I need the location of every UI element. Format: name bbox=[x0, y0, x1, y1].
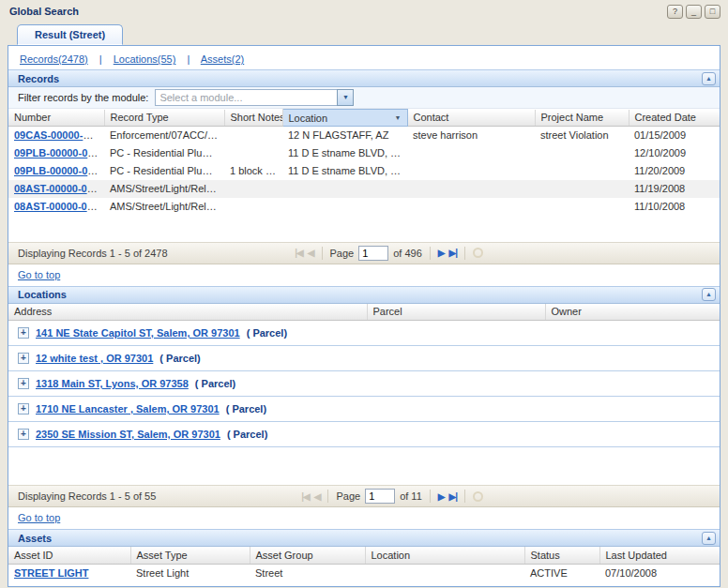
location-address-link[interactable]: 141 NE State Capitol ST, Salem, OR 97301 bbox=[36, 327, 240, 339]
next-page-icon[interactable]: ▶ bbox=[438, 248, 445, 258]
window-controls: ? _ □ bbox=[667, 5, 720, 19]
location-cell bbox=[282, 180, 407, 198]
project-name-cell bbox=[535, 162, 629, 180]
record-type-cell: PC - Residential Plumbing bbox=[104, 162, 224, 180]
created-date-cell: 12/10/2009 bbox=[629, 144, 720, 162]
record-number-link[interactable]: 08AST-00000-00226 bbox=[14, 183, 104, 194]
column-header-location[interactable]: Location▼ bbox=[282, 110, 407, 127]
help-button[interactable]: ? bbox=[667, 5, 683, 19]
help-icon: ? bbox=[673, 7, 677, 16]
records-grid-filler bbox=[8, 216, 720, 242]
project-name-cell bbox=[535, 144, 629, 162]
short-notes-cell bbox=[224, 127, 282, 144]
pager-divider bbox=[327, 490, 328, 503]
location-cell: 12 N FLAGSTAFF, AZ bbox=[282, 127, 407, 144]
maximize-button[interactable]: □ bbox=[705, 5, 720, 19]
assets-header-row: Asset ID Asset Type Asset Group Location… bbox=[8, 547, 720, 564]
contact-cell bbox=[407, 162, 535, 180]
location-address-link[interactable]: 12 white test , OR 97301 bbox=[36, 353, 153, 364]
column-header-contact[interactable]: Contact bbox=[407, 110, 535, 127]
location-address-link[interactable]: 2350 SE Mission ST, Salem, OR 97301 bbox=[36, 429, 220, 440]
expand-plus-icon[interactable]: + bbox=[18, 378, 29, 389]
locations-header-row: Address Parcel Owner bbox=[8, 304, 720, 321]
pager-divider bbox=[430, 490, 431, 503]
location-address-link[interactable]: 1710 NE Lancaster , Salem, OR 97301 bbox=[36, 403, 220, 415]
column-header-asset-type[interactable]: Asset Type bbox=[130, 547, 250, 564]
short-notes-cell bbox=[224, 198, 282, 216]
project-name-cell bbox=[535, 180, 629, 198]
column-header-asset-status[interactable]: Status bbox=[524, 547, 599, 564]
refresh-icon[interactable] bbox=[473, 248, 483, 258]
window-title: Global Search bbox=[9, 6, 79, 17]
prev-page-icon[interactable]: ◀ bbox=[308, 248, 314, 258]
locations-go-to-top-link[interactable]: Go to top bbox=[18, 512, 60, 523]
column-header-asset-group[interactable]: Asset Group bbox=[250, 547, 365, 564]
first-page-icon[interactable]: |◀ bbox=[295, 248, 303, 258]
assets-table: Asset ID Asset Type Asset Group Location… bbox=[8, 547, 720, 581]
column-header-parcel[interactable]: Parcel bbox=[367, 304, 545, 321]
records-section: Records ▲ Filter records by the module: … bbox=[8, 69, 720, 286]
project-name-cell bbox=[535, 198, 629, 216]
next-page-icon[interactable]: ▶ bbox=[438, 491, 445, 502]
minimize-icon: _ bbox=[691, 7, 696, 16]
records-row: 09PLB-00000-00066 PC - Residential Plumb… bbox=[8, 144, 720, 162]
location-row: + 2350 SE Mission ST, Salem, OR 97301 ( … bbox=[8, 422, 720, 447]
minimize-button[interactable]: _ bbox=[686, 5, 702, 19]
records-collapse-button[interactable]: ▲ bbox=[702, 72, 716, 85]
records-header-row: Number Record Type Short Notes Location▼… bbox=[8, 110, 720, 127]
first-page-icon[interactable]: |◀ bbox=[301, 491, 310, 502]
record-number-link[interactable]: 09PLB-00000-00066 bbox=[14, 147, 104, 158]
column-header-number[interactable]: Number bbox=[8, 110, 104, 127]
location-address-link[interactable]: 1318 Main ST, Lyons, OR 97358 bbox=[36, 378, 189, 389]
column-header-asset-location[interactable]: Location bbox=[365, 547, 524, 564]
filter-label: Filter records by the module: bbox=[18, 92, 148, 103]
expand-plus-icon[interactable]: + bbox=[18, 403, 29, 415]
assets-count-link[interactable]: Assets(2) bbox=[201, 53, 244, 65]
prev-page-icon[interactable]: ◀ bbox=[314, 491, 321, 502]
column-menu-icon[interactable]: ▼ bbox=[395, 113, 402, 124]
record-number-link[interactable]: 09CAS-00000-00004 bbox=[14, 129, 104, 141]
last-page-icon[interactable]: ▶| bbox=[449, 491, 458, 502]
record-type-cell: AMS/Street/Light/Relamp bbox=[104, 198, 224, 216]
record-number-link[interactable]: 08AST-00000-00119 bbox=[14, 201, 104, 212]
last-page-icon[interactable]: ▶| bbox=[449, 248, 458, 258]
project-name-cell: street Violation bbox=[535, 127, 629, 144]
asset-id-link[interactable]: STREET LIGHT bbox=[14, 567, 88, 579]
records-page-input[interactable] bbox=[358, 246, 388, 261]
column-header-address[interactable]: Address bbox=[8, 304, 367, 321]
records-go-to-top-link[interactable]: Go to top bbox=[18, 269, 60, 280]
expand-plus-icon[interactable]: + bbox=[18, 429, 29, 440]
locations-count-link[interactable]: Locations(55) bbox=[114, 53, 176, 65]
column-header-record-type[interactable]: Record Type bbox=[104, 110, 224, 127]
summary-links-row: Records(2478) | Locations(55) | Assets(2… bbox=[8, 46, 720, 69]
location-row: + 1318 Main ST, Lyons, OR 97358 ( Parcel… bbox=[8, 371, 720, 397]
column-header-created-date[interactable]: Created Date bbox=[629, 110, 720, 127]
column-header-asset-id[interactable]: Asset ID bbox=[8, 547, 130, 564]
record-number-link[interactable]: 09PLB-00000-00045 bbox=[14, 165, 104, 176]
contact-cell bbox=[407, 180, 535, 198]
record-type-cell: AMS/Street/Light/Relamp bbox=[104, 180, 224, 198]
short-notes-cell bbox=[224, 180, 282, 198]
collapse-arrow-icon: ▲ bbox=[705, 535, 712, 541]
column-header-project-name[interactable]: Project Name bbox=[535, 110, 629, 127]
expand-plus-icon[interactable]: + bbox=[18, 327, 29, 339]
records-table: Number Record Type Short Notes Location▼… bbox=[8, 109, 720, 216]
assets-section: Assets ▲ Asset ID Asset Type Asset Group… bbox=[8, 529, 720, 581]
asset-type-cell: Street Light bbox=[130, 564, 250, 581]
location-row: + 1710 NE Lancaster , Salem, OR 97301 ( … bbox=[8, 397, 720, 422]
column-header-owner[interactable]: Owner bbox=[545, 304, 720, 321]
assets-collapse-button[interactable]: ▲ bbox=[702, 532, 716, 545]
locations-page-input[interactable] bbox=[365, 489, 395, 504]
short-notes-cell: 1 block past... bbox=[224, 162, 282, 180]
module-filter-placeholder: Select a module... bbox=[155, 89, 337, 106]
expand-plus-icon[interactable]: + bbox=[18, 353, 29, 364]
locations-collapse-button[interactable]: ▲ bbox=[702, 288, 716, 301]
assets-section-title: Assets bbox=[18, 533, 52, 544]
tab-result-street[interactable]: Result (Street) bbox=[17, 24, 123, 45]
refresh-icon[interactable] bbox=[473, 491, 483, 502]
module-filter-select[interactable]: Select a module... ▼ bbox=[155, 89, 354, 106]
records-count-link[interactable]: Records(2478) bbox=[20, 53, 88, 65]
column-header-last-updated[interactable]: Last Updated bbox=[599, 547, 720, 564]
assets-section-header: Assets ▲ bbox=[8, 529, 720, 547]
column-header-short-notes[interactable]: Short Notes bbox=[224, 110, 282, 127]
